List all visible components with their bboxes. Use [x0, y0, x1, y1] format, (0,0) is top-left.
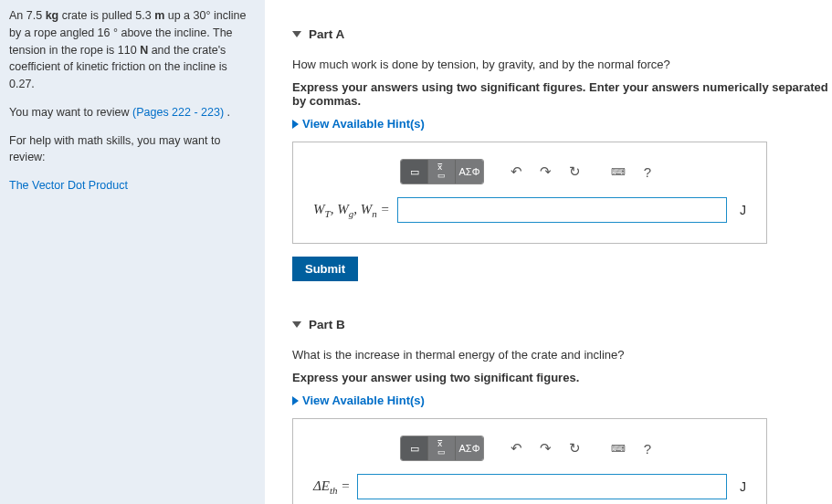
help-text: For help with math skills, you may want … — [9, 132, 256, 167]
part-b-title: Part B — [309, 318, 345, 331]
text: up a 30 — [164, 9, 205, 22]
unit-m: m — [154, 9, 164, 22]
part-b: Part B What is the increase in thermal e… — [292, 318, 832, 504]
help-button[interactable]: ? — [636, 436, 659, 460]
review-text: You may want to review (Pages 222 - 223)… — [9, 104, 256, 121]
part-b-answer-box: ▭ x̅▭ ΑΣΦ ↶ ↷ ↻ ⌨ ? ΔEth = J — [292, 418, 767, 504]
main-content: Part A How much work is done by tension,… — [265, 0, 832, 504]
unit-kg: kg — [46, 9, 59, 22]
greek-button[interactable]: ΑΣΦ — [456, 436, 483, 460]
problem-sidebar: An 7.5 kg crate is pulled 5.3 m up a 30°… — [0, 0, 265, 504]
text: You may want to review — [9, 106, 132, 119]
formula-toolbar: ▭ x̅▭ ΑΣΦ ↶ ↷ ↻ ⌨ ? — [400, 159, 746, 184]
expand-icon — [292, 120, 299, 129]
greek-button[interactable]: ΑΣΦ — [456, 160, 483, 184]
part-a-header[interactable]: Part A — [292, 27, 832, 41]
part-a-var-label: WT, Wg, Wn = — [313, 202, 390, 219]
reset-button[interactable]: ↻ — [563, 160, 586, 184]
fraction-button[interactable]: x̅▭ — [428, 436, 456, 460]
keyboard-button[interactable]: ⌨ — [606, 436, 630, 460]
redo-button[interactable]: ↷ — [533, 160, 557, 184]
text: An 7.5 — [9, 9, 46, 22]
undo-button[interactable]: ↶ — [504, 160, 528, 184]
part-b-input-row: ΔEth = J — [313, 474, 746, 499]
part-a-unit: J — [740, 203, 746, 217]
collapse-icon — [292, 31, 301, 37]
part-b-unit: J — [740, 479, 746, 494]
part-a-answer-box: ▭ x̅▭ ΑΣΦ ↶ ↷ ↻ ⌨ ? WT, Wg, Wn = J — [292, 142, 767, 244]
template-buttons: ▭ x̅▭ ΑΣΦ — [400, 436, 484, 461]
hints-label: View Available Hint(s) — [302, 394, 425, 407]
collapse-icon — [292, 321, 301, 328]
part-a: Part A How much work is done by tension,… — [292, 27, 832, 281]
part-b-hints[interactable]: View Available Hint(s) — [292, 394, 832, 407]
reset-button[interactable]: ↻ — [563, 436, 586, 460]
problem-statement: An 7.5 kg crate is pulled 5.3 m up a 30°… — [9, 7, 256, 93]
part-b-answer-input[interactable] — [357, 474, 727, 499]
expand-icon — [292, 396, 299, 405]
formula-toolbar: ▭ x̅▭ ΑΣΦ ↶ ↷ ↻ ⌨ ? — [400, 436, 746, 461]
redo-button[interactable]: ↷ — [533, 436, 557, 460]
template-button[interactable]: ▭ — [401, 160, 428, 184]
part-b-var-label: ΔEth = — [313, 478, 350, 496]
part-a-instruct: Express your answers using two significa… — [292, 80, 832, 108]
part-b-question: What is the increase in thermal energy o… — [292, 348, 832, 362]
help-button[interactable]: ? — [636, 160, 659, 184]
part-b-header[interactable]: Part B — [292, 318, 832, 331]
vector-dot-product-link[interactable]: The Vector Dot Product — [9, 179, 128, 192]
fraction-button[interactable]: x̅▭ — [428, 160, 456, 184]
template-button[interactable]: ▭ — [401, 436, 428, 460]
part-b-instruct: Express your answer using two significan… — [292, 371, 832, 384]
submit-button[interactable]: Submit — [292, 257, 358, 281]
text: . — [224, 106, 230, 119]
part-a-hints[interactable]: View Available Hint(s) — [292, 117, 832, 131]
text: crate is pulled 5.3 — [58, 9, 154, 22]
hints-label: View Available Hint(s) — [302, 117, 425, 131]
part-a-answer-input[interactable] — [397, 197, 728, 223]
pages-link[interactable]: (Pages 222 - 223) — [132, 106, 224, 119]
undo-button[interactable]: ↶ — [504, 436, 528, 460]
part-a-input-row: WT, Wg, Wn = J — [313, 197, 746, 223]
part-a-title: Part A — [309, 27, 344, 41]
part-a-question: How much work is done by tension, by gra… — [292, 58, 832, 71]
unit-n: N — [140, 44, 148, 57]
template-buttons: ▭ x̅▭ ΑΣΦ — [400, 159, 484, 184]
keyboard-button[interactable]: ⌨ — [606, 160, 630, 184]
